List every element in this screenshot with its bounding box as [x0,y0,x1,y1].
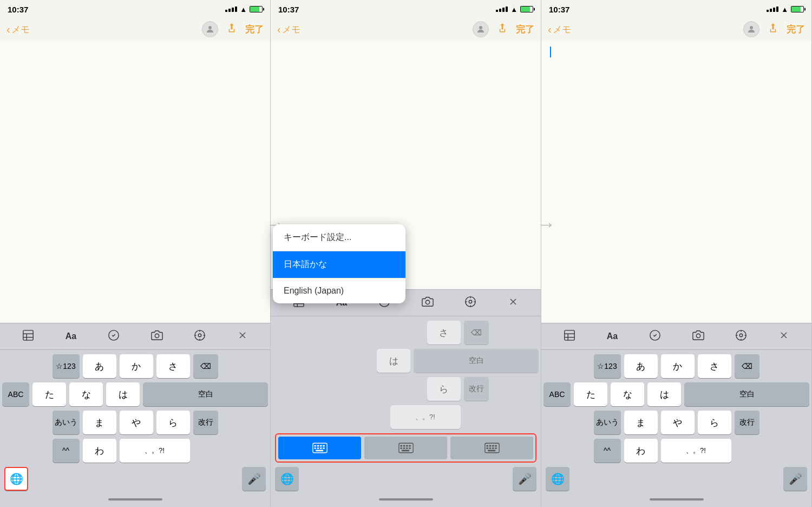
key-ya[interactable]: や [120,411,153,434]
key-ha[interactable]: は [106,382,140,406]
key-caret-3[interactable]: ^^ [594,439,621,463]
wifi-icon-1: ▲ [240,5,247,14]
key-ha-3[interactable]: は [647,382,681,406]
svg-rect-61 [565,330,574,340]
key-na-3[interactable]: な [611,382,644,406]
close-icon-3[interactable] [778,330,789,343]
key-star123[interactable]: ☆123 [53,354,80,378]
key-bs-3[interactable]: ⌫ [735,354,759,378]
svg-rect-41 [400,445,402,447]
avatar-1[interactable] [202,21,218,37]
back-label-2[interactable]: メモ [282,23,300,36]
nav-left-2[interactable]: ‹ メモ [277,23,300,36]
key-sa-2[interactable]: さ [427,321,461,344]
svg-rect-52 [489,445,491,447]
key-return-3[interactable]: 改行 [735,411,759,434]
key-punct[interactable]: 、。?! [120,439,190,463]
key-ka[interactable]: か [120,354,153,378]
note-content-3[interactable] [541,41,811,323]
close-icon-2[interactable] [508,296,519,310]
camera-icon-3[interactable] [692,329,704,344]
key-ma-3[interactable]: ま [624,411,658,434]
globe-key-3[interactable]: 🌐 [546,467,569,491]
location-icon-3[interactable] [735,329,747,344]
table-icon-1[interactable] [22,329,34,344]
key-star123-3[interactable]: ☆123 [594,354,621,378]
kbd-btn-3[interactable] [450,437,533,459]
mic-key-2[interactable]: 🎤 [513,467,536,491]
done-button-1[interactable]: 完了 [245,23,264,36]
nav-left-3[interactable]: ‹ メモ [548,23,571,36]
svg-point-6 [155,334,159,337]
close-icon-1[interactable] [237,330,248,343]
note-content-1[interactable] [0,41,270,323]
key-wa-3[interactable]: わ [624,439,658,463]
key-aiu-3[interactable]: あいう [594,411,621,434]
back-label-3[interactable]: メモ [553,23,571,36]
share-icon-3[interactable] [768,22,778,37]
key-space-1[interactable]: 空白 [143,382,268,406]
camera-icon-1[interactable] [151,329,163,344]
key-na[interactable]: な [69,382,103,406]
check-icon-3[interactable] [649,329,661,344]
globe-key-1[interactable]: 🌐 [4,467,28,491]
check-icon-1[interactable] [108,329,120,344]
key-a[interactable]: あ [83,354,116,378]
done-button-3[interactable]: 完了 [787,23,805,36]
popup-settings[interactable]: キーボード設定... [273,224,405,251]
key-ra-2[interactable]: ら [427,377,461,401]
font-icon-1[interactable]: Aa [66,332,76,341]
key-return-1[interactable]: 改行 [193,411,218,434]
share-icon-2[interactable] [497,22,507,37]
key-caret[interactable]: ^^ [53,439,80,463]
key-ya-3[interactable]: や [661,411,695,434]
battery-icon-1 [250,6,263,12]
key-ta[interactable]: た [32,382,66,406]
done-button-2[interactable]: 完了 [516,23,534,36]
avatar-3[interactable] [743,21,759,37]
key-ka-3[interactable]: か [661,354,695,378]
table-icon-3[interactable] [564,329,575,344]
key-bs-2[interactable]: ⌫ [464,321,489,344]
key-backspace[interactable]: ⌫ [193,354,218,378]
globe-key-2[interactable]: 🌐 [275,467,299,491]
font-icon-3[interactable]: Aa [607,332,618,341]
key-aiu[interactable]: あいう [53,411,80,434]
kbd-btn-2[interactable] [364,437,447,459]
camera-icon-2[interactable] [422,296,434,310]
key-ra[interactable]: ら [156,411,190,434]
key-space-3[interactable]: 空白 [684,382,809,406]
nav-left-1[interactable]: ‹ メモ [6,23,30,36]
key-space-2[interactable]: 空白 [414,349,539,373]
nav-bar-2: ‹ メモ 完了 [271,17,541,41]
arrow-2: → [536,213,556,236]
home-3 [543,494,809,505]
mic-key-3[interactable]: 🎤 [783,467,807,491]
popup-japanese[interactable]: 日本語かな [273,251,405,278]
key-punct-3[interactable]: 、。?! [661,439,731,463]
popup-english[interactable]: English (Japan) [273,278,405,303]
key-abc-3[interactable]: ABC [543,382,571,406]
key-ha-2[interactable]: は [377,349,410,373]
back-label-1[interactable]: メモ [11,23,30,36]
location-icon-1[interactable] [194,329,206,344]
key-wa[interactable]: わ [83,439,116,463]
key-sa-3[interactable]: さ [698,354,731,378]
key-return-2[interactable]: 改行 [464,377,489,401]
keyboard-row-1-3: あいう ま や ら 改行 [2,411,268,434]
share-icon-1[interactable] [227,22,237,37]
key-a-3[interactable]: あ [624,354,658,378]
key-punct-2[interactable]: 、。?! [390,405,461,429]
key-ma[interactable]: ま [83,411,116,434]
mic-key-1[interactable]: 🎤 [242,467,266,491]
keyboard-3-row3: あいう ま や ら 改行 [543,411,809,434]
svg-rect-1 [23,330,33,340]
key-ra-3[interactable]: ら [698,411,731,434]
location-icon-2[interactable] [464,296,476,310]
svg-point-60 [750,26,753,29]
kbd-btn-1[interactable] [278,437,361,459]
key-ta-3[interactable]: た [574,382,607,406]
avatar-2[interactable] [473,21,489,37]
key-abc[interactable]: ABC [2,382,29,406]
key-sa[interactable]: さ [156,354,190,378]
